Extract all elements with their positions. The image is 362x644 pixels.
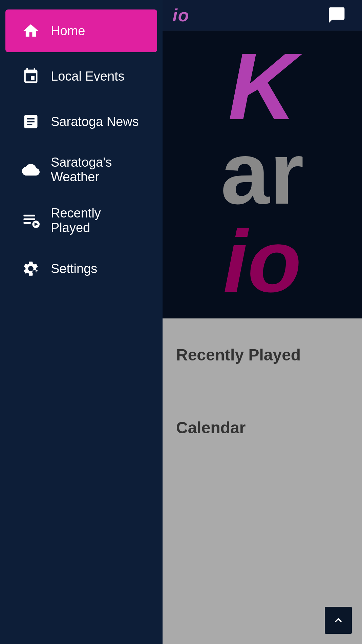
- radio-logo-area: K ar io: [163, 30, 362, 318]
- svg-rect-2: [23, 222, 31, 224]
- drawer-nav: Home Local Events Saratoga News: [0, 0, 163, 290]
- sidebar-item-recently-played[interactable]: Recently Played: [5, 196, 157, 245]
- svg-rect-0: [23, 215, 35, 216]
- cloud-icon: [19, 158, 43, 182]
- back-to-top-button[interactable]: [325, 607, 352, 634]
- sidebar-item-saratoga-news-label: Saratoga News: [51, 115, 139, 129]
- sidebar-item-home-label: Home: [51, 24, 85, 38]
- svg-rect-1: [23, 219, 35, 220]
- sidebar-item-recently-played-label: Recently Played: [51, 206, 144, 235]
- recently-played-section-label: Recently Played: [176, 346, 348, 364]
- sidebar-item-settings[interactable]: Settings: [5, 247, 157, 290]
- app-title: io: [172, 5, 189, 25]
- navigation-drawer: Home Local Events Saratoga News: [0, 0, 163, 644]
- svg-point-5: [32, 270, 37, 274]
- sidebar-item-saratoga-weather-label: Saratoga's Weather: [51, 155, 144, 184]
- sidebar-item-saratoga-weather[interactable]: Saratoga's Weather: [5, 146, 157, 194]
- home-icon: [19, 19, 43, 43]
- sidebar-item-local-events-label: Local Events: [51, 69, 125, 84]
- calendar-icon: [19, 64, 43, 88]
- news-icon: [19, 110, 43, 133]
- settings-icon: [19, 257, 43, 281]
- bottom-content-area: Recently Played Calendar: [163, 318, 362, 644]
- sidebar-item-home[interactable]: Home: [5, 9, 157, 52]
- recently-played-icon: [19, 209, 43, 232]
- calendar-section-label: Calendar: [176, 418, 348, 437]
- sidebar-item-settings-label: Settings: [51, 262, 97, 276]
- sidebar-item-local-events[interactable]: Local Events: [5, 55, 157, 98]
- chat-icon-button[interactable]: [325, 3, 348, 27]
- sidebar-item-saratoga-news[interactable]: Saratoga News: [5, 100, 157, 143]
